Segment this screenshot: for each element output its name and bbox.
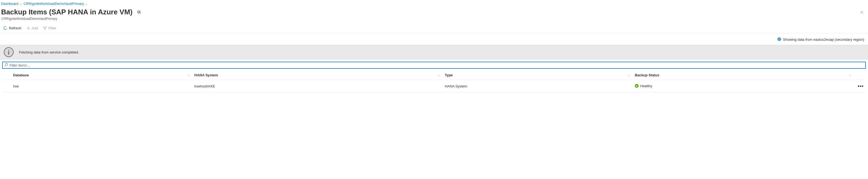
status-text: Healthy [640,84,652,88]
info-banner: Fetching data from service completed. [0,45,868,60]
col-actions [854,70,866,80]
breadcrumb: Dashboard › CRRIgniteWorkloadDemoVaultPr… [0,0,868,7]
info-icon [4,47,13,57]
page-subtitle: CRRIgniteWorkloadDemoVaultPrimary [0,16,868,23]
page-title: Backup Items (SAP HANA in Azure VM) [1,8,132,16]
col-hana-system-label: HANA System [194,73,218,77]
sort-icon[interactable]: ↑↓ [437,74,440,77]
chevron-right-icon: › [21,2,22,6]
region-notice-text: Showing data from eastus2euap (secondary… [783,37,864,42]
svg-point-3 [8,50,9,51]
col-type[interactable]: Type ↑↓ [443,70,632,80]
breadcrumb-vault[interactable]: CRRIgniteWorkloadDemoVaultPrimary [24,2,84,6]
sort-icon[interactable]: ↑↓ [849,74,852,77]
table-row[interactable]: hxe hxehost\HXE HANA System Healthy ••• [2,80,866,93]
cell-backup-status: Healthy [632,80,854,93]
region-notice-bar: Showing data from eastus2euap (secondary… [0,33,868,45]
refresh-label: Refresh [9,26,22,30]
col-database[interactable]: Database ↑↓ [2,70,192,80]
close-icon[interactable] [860,9,866,15]
backup-items-table: Database ↑↓ HANA System ↑↓ Type ↑↓ Backu… [2,70,866,93]
col-backup-status-label: Backup Status [635,73,659,77]
filter-input-wrap[interactable] [2,62,866,69]
filter-input[interactable] [9,63,864,67]
refresh-icon [3,26,7,30]
pin-icon[interactable] [136,9,142,15]
col-database-label: Database [13,73,29,77]
page-header: Backup Items (SAP HANA in Azure VM) [0,7,868,16]
breadcrumb-dashboard[interactable]: Dashboard [1,2,19,6]
svg-rect-4 [8,51,9,55]
filter-label: Filter [49,26,56,30]
filter-icon [43,26,47,30]
filter-button: Filter [42,25,57,31]
svg-rect-0 [138,10,140,12]
globe-icon [777,37,781,42]
svg-point-2 [780,38,781,39]
row-actions-button[interactable]: ••• [854,80,866,93]
refresh-button[interactable]: Refresh [3,25,22,31]
command-bar: Refresh Add Filter [0,23,868,33]
info-banner-text: Fetching data from service completed. [19,50,79,54]
chevron-right-icon: › [86,2,87,6]
col-backup-status[interactable]: Backup Status ↑↓ [632,70,854,80]
sort-icon[interactable]: ↑↓ [627,74,630,77]
svg-point-5 [5,63,8,66]
sort-icon[interactable]: ↑↓ [187,74,190,77]
cell-database: hxe [2,80,192,93]
cell-type: HANA System [443,80,632,93]
cell-hana-system: hxehost\HXE [192,80,442,93]
check-circle-icon [635,84,639,88]
col-hana-system[interactable]: HANA System ↑↓ [192,70,442,80]
plus-icon [26,26,30,30]
add-label: Add [32,26,38,30]
search-icon [4,63,8,67]
add-button: Add [26,25,39,31]
col-type-label: Type [445,73,453,77]
